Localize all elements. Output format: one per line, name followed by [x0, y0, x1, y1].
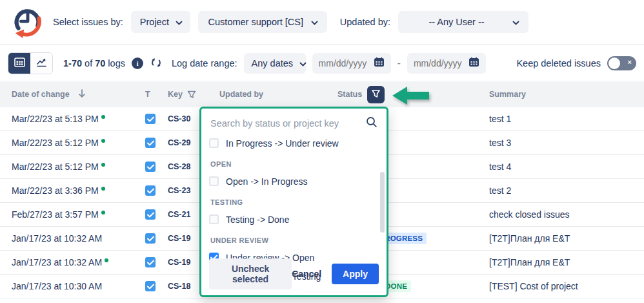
- chart-view-button[interactable]: [30, 53, 52, 74]
- popup-search-row: [209, 114, 379, 134]
- new-log-dot: [105, 258, 108, 262]
- chevron-down-icon: [176, 17, 183, 27]
- user-dropdown[interactable]: -- Any User --: [398, 11, 528, 33]
- refresh-icon: [150, 56, 163, 71]
- row-checkbox[interactable]: [145, 114, 156, 124]
- project-dropdown[interactable]: Customer support [CS]: [198, 11, 327, 33]
- new-log-dot: [101, 139, 105, 143]
- date-of-change: Jan/17/23 at 10:32 AM: [12, 257, 102, 267]
- date-to-input[interactable]: [414, 58, 463, 68]
- popup-scrollbar-thumb[interactable]: [380, 172, 385, 233]
- summary-cell: test 2: [489, 185, 644, 196]
- uncheck-selected-button[interactable]: Uncheck selected: [209, 258, 292, 289]
- chevron-down-icon: [311, 17, 318, 27]
- grid-view-button[interactable]: [8, 53, 30, 74]
- toggle-knob: [609, 57, 620, 69]
- new-log-dot: [101, 211, 105, 214]
- date-of-change: Mar/22/23 at 5:13 PM: [12, 114, 99, 124]
- date-from-input[interactable]: [319, 58, 368, 68]
- select-issues-label: Select issues by:: [53, 17, 123, 27]
- new-log-dot: [101, 187, 105, 191]
- toggle-off-icon: ×: [628, 58, 632, 66]
- filter-group-header: UNDER REVIEW: [210, 236, 379, 244]
- updated-by-label: Updated by:: [340, 17, 390, 27]
- info-icon[interactable]: i: [132, 57, 143, 69]
- date-of-change: Mar/22/23 at 3:36 PM: [12, 185, 99, 196]
- logs-count: 1-70 of 70 logs: [63, 58, 125, 68]
- sort-down-icon[interactable]: [78, 89, 86, 100]
- date-of-change: Mar/22/23 at 5:12 PM: [12, 138, 99, 148]
- app-logo-clock-icon: [10, 5, 45, 39]
- column-header-updated-by[interactable]: Updated by: [219, 90, 337, 99]
- status-search-input[interactable]: [210, 118, 361, 129]
- column-header-key[interactable]: Key: [168, 90, 219, 99]
- keep-deleted-control: Keep deleted issues ×: [516, 56, 636, 70]
- filter-group-header: OPEN: [210, 160, 379, 168]
- date-range-separator: -: [397, 57, 401, 69]
- log-date-range-label: Log date range:: [172, 58, 237, 68]
- checkbox-unchecked-icon[interactable]: [209, 138, 219, 148]
- row-checkbox[interactable]: [145, 209, 156, 220]
- issue-selector-dropdown[interactable]: Project: [131, 11, 190, 33]
- filter-group-header: TESTING: [210, 198, 379, 206]
- checkbox-unchecked-icon[interactable]: [209, 214, 219, 224]
- summary-cell: test 3: [489, 138, 644, 148]
- date-of-change: Jan/17/23 at 10:30 AM: [12, 281, 102, 291]
- date-preset-dropdown[interactable]: Any dates: [244, 53, 306, 74]
- log-toolbar: 1-70 of 70 logs i Log date range: Any da…: [0, 45, 644, 81]
- chevron-down-icon: [299, 58, 307, 68]
- key-filter-icon[interactable]: [187, 90, 196, 99]
- date-from-field[interactable]: [312, 53, 391, 74]
- new-log-dot: [101, 115, 105, 119]
- calendar-icon[interactable]: [468, 57, 479, 70]
- date-to-field[interactable]: [407, 53, 486, 74]
- filter-option[interactable]: Open -> In Progress: [209, 172, 379, 190]
- column-header-summary[interactable]: Summary: [489, 90, 644, 99]
- row-checkbox[interactable]: [145, 138, 156, 148]
- summary-cell: [T2T]План для E&T: [489, 233, 644, 244]
- summary-cell: check closed issues: [489, 209, 644, 220]
- chevron-down-icon: [512, 17, 519, 27]
- apply-button[interactable]: Apply: [332, 264, 379, 284]
- summary-cell: test 4: [489, 162, 644, 172]
- status-filter-button[interactable]: [367, 86, 385, 103]
- column-header-date[interactable]: Date of change: [0, 89, 145, 100]
- summary-cell: test 1: [489, 114, 644, 124]
- filter-option[interactable]: In Progress -> Under review: [209, 134, 379, 152]
- refresh-button[interactable]: [150, 56, 163, 71]
- date-of-change: Jan/17/23 at 10:32 AM: [12, 233, 102, 244]
- filter-funnel-icon: [371, 89, 381, 100]
- status-filter-popup: In Progress -> Under review OPEN Open ->…: [199, 107, 388, 297]
- cancel-button[interactable]: Cancel: [292, 269, 321, 279]
- keep-deleted-toggle[interactable]: ×: [607, 56, 636, 70]
- row-checkbox[interactable]: [145, 185, 156, 196]
- app-window: Select issues by: Project Customer suppo…: [0, 0, 644, 303]
- popup-footer: Uncheck selected Cancel Apply: [209, 258, 379, 289]
- chart-view-icon: [36, 57, 47, 69]
- table-header: Date of change T Key Updated by Status S…: [0, 81, 644, 107]
- summary-cell: [TEST] Cost of project: [489, 281, 644, 291]
- row-checkbox[interactable]: [145, 257, 156, 267]
- row-checkbox[interactable]: [145, 162, 156, 172]
- date-of-change: Mar/22/23 at 5:12 PM: [12, 162, 99, 172]
- grid-view-icon: [14, 57, 25, 69]
- summary-cell: [T2T]План для E&T: [489, 257, 644, 267]
- new-log-dot: [101, 163, 105, 167]
- keep-deleted-label: Keep deleted issues: [516, 58, 601, 68]
- date-of-change: Feb/27/23 at 3:57 PM: [12, 209, 99, 220]
- annotation-arrow-icon: [391, 85, 431, 109]
- filter-option[interactable]: Testing -> Done: [209, 211, 379, 228]
- search-icon: [366, 116, 377, 131]
- view-switcher: [8, 52, 53, 74]
- row-checkbox[interactable]: [145, 281, 156, 291]
- calendar-icon[interactable]: [374, 57, 385, 70]
- row-checkbox[interactable]: [145, 233, 156, 244]
- checkbox-unchecked-icon[interactable]: [209, 176, 219, 186]
- column-header-type[interactable]: T: [145, 90, 168, 99]
- top-filter-bar: Select issues by: Project Customer suppo…: [0, 0, 644, 45]
